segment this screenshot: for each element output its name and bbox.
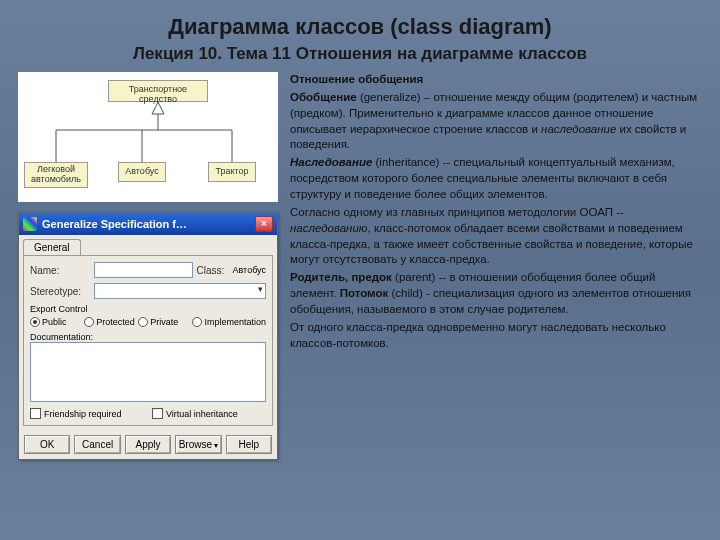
uml-diagram: Транспортное средство Легковой автомобил… (18, 72, 278, 202)
dialog-button-row: OK Cancel Apply Browse Help (19, 430, 277, 459)
documentation-label: Documentation: (30, 332, 266, 342)
radio-public[interactable]: Public (30, 317, 82, 327)
term-inheritance-2: наследованию (290, 222, 368, 234)
checkbox-friendship[interactable]: Friendship required (30, 408, 144, 419)
dialog-body: Name: Class: Автобус Stereotype: Export … (23, 255, 273, 426)
browse-button[interactable]: Browse (175, 435, 221, 454)
export-control-group: Public Protected Private Implementation (30, 317, 266, 327)
left-column: Транспортное средство Легковой автомобил… (18, 72, 278, 460)
export-control-label: Export Control (30, 304, 266, 314)
apply-button[interactable]: Apply (125, 435, 171, 454)
class-label: Class: (197, 265, 229, 276)
radio-implementation[interactable]: Implementation (192, 317, 266, 327)
uml-connectors (18, 72, 278, 202)
text-p3a: Согласно одному из главных принципов мет… (290, 206, 624, 218)
documentation-textarea[interactable] (30, 342, 266, 402)
term-generalize: Обобщение (290, 91, 357, 103)
generalize-dialog: Generalize Specification f… × General Na… (18, 212, 278, 460)
text-p5: От одного класса-предка одновременно мог… (290, 320, 702, 352)
checkbox-virtual[interactable]: Virtual inheritance (152, 408, 266, 419)
term-child: Потомок (340, 287, 389, 299)
name-label: Name: (30, 265, 90, 276)
term-inheritance-it: наследование (541, 123, 616, 135)
help-button[interactable]: Help (226, 435, 272, 454)
slide-title: Диаграмма классов (class diagram) (0, 0, 720, 40)
tab-strip: General (19, 235, 277, 255)
term-inheritance: Наследование (290, 156, 372, 168)
tab-general[interactable]: General (23, 239, 81, 255)
stereotype-label: Stereotype: (30, 286, 90, 297)
cancel-button[interactable]: Cancel (74, 435, 120, 454)
app-icon (23, 217, 37, 231)
dialog-title: Generalize Specification f… (42, 218, 187, 230)
text-column: Отношение обобщения Обобщение (generaliz… (290, 72, 702, 460)
name-input[interactable] (94, 262, 193, 278)
dialog-titlebar[interactable]: Generalize Specification f… × (19, 213, 277, 235)
close-icon[interactable]: × (255, 216, 273, 232)
heading-generalization: Отношение обобщения (290, 73, 423, 85)
term-parent: Родитель, предок (290, 271, 392, 283)
content-area: Транспортное средство Легковой автомобил… (0, 72, 720, 460)
stereotype-select[interactable] (94, 283, 266, 299)
ok-button[interactable]: OK (24, 435, 70, 454)
radio-protected[interactable]: Protected (84, 317, 136, 327)
slide-subtitle: Лекция 10. Тема 11 Отношения на диаграмм… (0, 40, 720, 72)
svg-marker-1 (152, 102, 164, 114)
radio-private[interactable]: Private (138, 317, 190, 327)
class-value: Автобус (233, 265, 266, 275)
